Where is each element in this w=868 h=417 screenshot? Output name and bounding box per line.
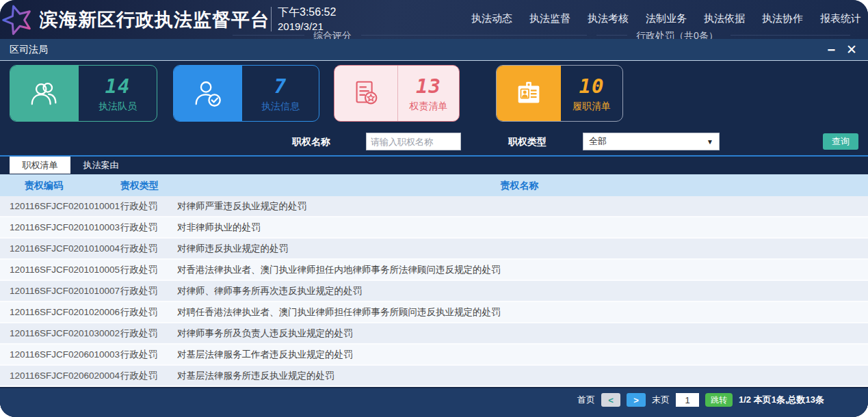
power-type-selected-value: 全部 [589,135,607,148]
stat-card-enforcement-staff[interactable]: 14 执法队员 [10,65,157,122]
background-partial-penalty: 行政处罚（共0条） [636,30,718,39]
query-button[interactable]: 查询 [823,133,858,150]
cell-type: 行政处罚 [120,345,157,364]
minimize-icon[interactable]: − [827,43,835,57]
clock-time: 下午3:56:52 [278,5,336,20]
power-name-input[interactable] [366,133,461,150]
background-partial-score: 综合评分 [313,30,352,39]
close-icon[interactable]: ✕ [846,43,857,56]
power-type-label: 职权类型 [508,132,547,151]
background-divider [361,35,587,36]
cell-type: 行政处罚 [120,217,157,237]
cell-type: 行政处罚 [120,196,157,216]
cell-type: 行政处罚 [120,281,157,301]
stat-card-text: 10 履职清单 [561,66,622,121]
table-row[interactable]: 120116SFJCF0201010007 行政处罚 对律师、律师事务所再次违反… [0,281,868,302]
main-nav: 执法动态 执法监督 执法考核 法制业务 执法依据 执法协作 报表统计 [471,12,865,25]
tab-enforcement-cause[interactable]: 执法案由 [70,157,131,174]
nav-item-enforcement-supervision[interactable]: 执法监督 [529,12,570,25]
cell-name: 对律师严重违反执业规定的处罚 [177,196,306,216]
stat-card-duty-list[interactable]: 10 履职清单 [496,65,623,122]
power-type-select[interactable]: 全部 ▼ [583,133,720,150]
cell-name: 对律师事务所及负责人违反执业规定的处罚 [177,323,353,343]
table-row[interactable]: 120116SFJCF0206020004 行政处罚 对基层法律服务所违反执业规… [0,366,868,387]
clock: 下午3:56:52 2019/3/21 [278,5,336,33]
nav-item-report-statistics[interactable]: 报表统计 [820,12,861,25]
stat-value: 14 [105,75,131,98]
stat-label: 执法信息 [261,100,300,113]
document-star-icon [334,66,398,121]
cell-code: 120116SFJCF0201010004 [10,239,120,258]
background-divider [233,35,304,36]
nav-item-enforcement-news[interactable]: 执法动态 [471,12,512,25]
background-divider [596,35,627,36]
stat-card-text: 14 执法队员 [79,66,157,121]
nav-item-enforcement-collaboration[interactable]: 执法协作 [762,12,803,25]
table-row[interactable]: 120116SFJCF0201010005 行政处罚 对香港法律执业者、澳门执业… [0,260,868,281]
table-row[interactable]: 120116SFJCF0201030002 行政处罚 对律师事务所及负责人违反执… [0,323,868,345]
cell-name: 对律师违反执业规定的处罚 [177,239,288,258]
search-form: 职权名称 职权类型 全部 ▼ 查询 [0,132,868,152]
cell-name: 对基层法律服务所违反执业规定的处罚 [177,366,334,386]
cell-code: 120116SFJCF0201010005 [10,260,120,280]
table-row[interactable]: 120116SFJCF0206010003 行政处罚 对基层法律服务工作者违反执… [0,345,868,366]
table-row[interactable]: 120116SFJCF0201010004 行政处罚 对律师违反执业规定的处罚 [0,239,868,260]
nav-item-enforcement-assessment[interactable]: 执法考核 [588,12,629,25]
cell-code: 120116SFJCF0201010003 [10,217,120,237]
modal-title: 区司法局 [10,44,48,56]
background-divider [731,35,850,36]
caret-down-icon: ▼ [707,138,713,146]
app-logo-star-icon [1,3,34,36]
stat-card-text: 13 权责清单 [398,66,459,121]
stat-card-enforcement-info[interactable]: 7 执法信息 [173,65,319,122]
cell-name: 对律师、律师事务所再次违反执业规定的处罚 [177,281,362,301]
cell-code: 120116SFJCF0201010001 [10,196,120,216]
modal-titlebar: 区司法局 − ✕ [0,39,868,61]
pager-prev-button[interactable]: < [601,393,620,407]
tab-power-list[interactable]: 职权清单 [10,157,70,174]
stat-label: 执法队员 [98,100,137,113]
pagination-summary: 1/2 本页1条,总数13条 [739,394,824,406]
window-controls: − ✕ [827,43,857,57]
table-row[interactable]: 120116SFJCF0201010003 行政处罚 对非律师执业的处罚 [0,217,868,239]
cell-type: 行政处罚 [120,239,157,258]
table-row[interactable]: 120116SFJCF0201020006 行政处罚 对聘任香港法律执业者、澳门… [0,302,868,323]
cell-name: 对聘任香港法律执业者、澳门执业律师担任律师事务所顾问违反执业规定的处罚 [177,302,501,322]
page-number-input[interactable] [676,393,699,407]
table-header: 责权编码 责权类型 责权名称 [0,174,868,196]
stat-card-text: 7 执法信息 [242,66,319,121]
cell-code: 120116SFJCF0201020006 [10,302,120,322]
stat-card-power-responsibility-list[interactable]: 13 权责清单 [334,65,460,122]
nav-item-legal-business[interactable]: 法制业务 [646,12,687,25]
column-header-name: 责权名称 [0,174,868,196]
app-title: 滨海新区行政执法监督平台 [40,8,269,32]
stat-value: 13 [416,75,441,98]
tab-bar: 职权清单 执法案由 [10,157,131,174]
pager-next-button[interactable]: > [627,393,646,407]
cell-code: 120116SFJCF0206010003 [10,345,120,364]
cell-name: 对非律师执业的处罚 [177,217,261,237]
stat-value: 10 [579,75,605,98]
pager-last-page[interactable]: 末页 [652,394,670,406]
cell-type: 行政处罚 [120,302,157,322]
power-name-label: 职权名称 [292,132,330,151]
cell-type: 行政处罚 [120,260,157,280]
table-row[interactable]: 120116SFJCF0201010001 行政处罚 对律师严重违反执业规定的处… [0,196,868,217]
footer-bar: 首页 < > 末页 跳转 1/2 本页1条,总数13条 [0,388,868,417]
top-header: 滨海新区行政执法监督平台 下午3:56:52 2019/3/21 执法动态 执法… [0,0,868,39]
stat-value: 7 [274,75,287,98]
jump-button[interactable]: 跳转 [705,393,733,407]
pagination: 首页 < > 末页 跳转 1/2 本页1条,总数13条 [577,393,824,407]
user-check-icon [174,66,242,121]
cell-code: 120116SFJCF0201030002 [10,323,120,343]
stat-label: 权责清单 [410,100,448,113]
nav-item-enforcement-basis[interactable]: 执法依据 [704,12,745,25]
title-separator [271,7,272,31]
cell-type: 行政处罚 [120,366,157,386]
cell-type: 行政处罚 [120,323,157,343]
stat-label: 履职清单 [573,100,611,113]
cell-code: 120116SFJCF0201010007 [10,281,120,301]
cell-name: 对基层法律服务工作者违反执业规定的处罚 [177,345,353,364]
pager-first-page[interactable]: 首页 [577,394,595,406]
app-window: 滨海新区行政执法监督平台 下午3:56:52 2019/3/21 执法动态 执法… [0,0,868,417]
